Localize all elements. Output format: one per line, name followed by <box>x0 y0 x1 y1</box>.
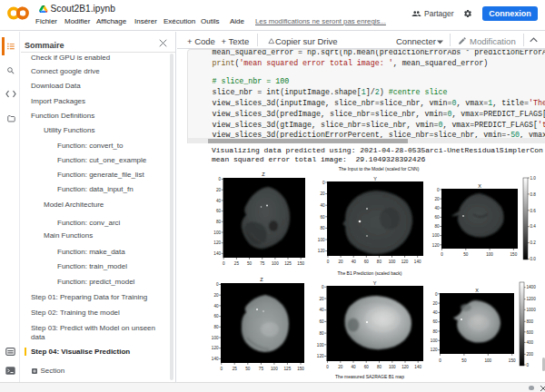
svg-text:140: 140 <box>212 357 219 361</box>
svg-text:120: 120 <box>318 249 325 253</box>
svg-text:Y: Y <box>373 280 377 286</box>
svg-text:100: 100 <box>484 358 491 363</box>
svg-text:100: 100 <box>486 252 493 257</box>
svg-text:X: X <box>475 288 479 293</box>
svg-text:100: 100 <box>389 365 396 369</box>
svg-text:800: 800 <box>527 319 534 324</box>
svg-text:0: 0 <box>437 188 440 192</box>
svg-text:The B1 Prediction (scaled back: The B1 Prediction (scaled back) <box>338 270 402 276</box>
svg-text:150: 150 <box>297 261 304 266</box>
svg-text:Z: Z <box>260 277 263 282</box>
svg-text:0: 0 <box>322 181 325 185</box>
svg-text:150: 150 <box>510 252 518 257</box>
svg-text:75: 75 <box>260 261 265 266</box>
svg-text:1400: 1400 <box>527 285 537 289</box>
svg-text:X: X <box>478 183 481 189</box>
svg-text:100: 100 <box>213 230 221 235</box>
svg-text:60: 60 <box>432 319 438 324</box>
svg-text:40: 40 <box>320 203 325 208</box>
svg-text:100: 100 <box>389 260 396 264</box>
svg-text:140: 140 <box>414 260 421 264</box>
svg-text:80: 80 <box>320 226 325 230</box>
svg-text:80: 80 <box>319 331 324 336</box>
svg-text:120: 120 <box>431 348 438 352</box>
svg-text:120: 120 <box>212 346 219 350</box>
svg-text:60: 60 <box>364 260 370 264</box>
svg-text:80: 80 <box>434 224 440 229</box>
svg-text:140: 140 <box>213 251 221 256</box>
svg-text:0: 0 <box>527 363 530 368</box>
svg-text:40: 40 <box>352 260 357 264</box>
svg-text:1.0: 1.0 <box>530 176 537 181</box>
svg-text:150: 150 <box>297 367 304 371</box>
svg-text:25: 25 <box>233 367 238 371</box>
svg-text:140: 140 <box>414 365 421 369</box>
svg-text:200: 200 <box>527 352 534 357</box>
svg-text:50: 50 <box>247 261 253 266</box>
svg-text:40: 40 <box>351 365 356 369</box>
svg-text:60: 60 <box>216 209 222 213</box>
svg-text:100: 100 <box>271 367 278 371</box>
svg-text:The measured SA2RAGE B1 map: The measured SA2RAGE B1 map <box>335 374 404 379</box>
svg-text:20: 20 <box>320 191 325 196</box>
svg-text:1000: 1000 <box>527 308 537 312</box>
svg-text:125: 125 <box>284 261 292 266</box>
svg-text:0.8: 0.8 <box>530 192 537 197</box>
svg-text:0: 0 <box>223 261 225 266</box>
svg-text:80: 80 <box>216 220 222 224</box>
svg-text:60: 60 <box>213 314 219 318</box>
svg-text:60: 60 <box>320 215 325 220</box>
svg-text:The Input to the Model (scaled: The Input to the Model (scaled for CNN) <box>339 166 420 172</box>
svg-text:0.6: 0.6 <box>530 209 537 213</box>
svg-text:40: 40 <box>213 304 219 309</box>
svg-text:Z: Z <box>262 172 265 177</box>
svg-text:20: 20 <box>213 293 219 298</box>
svg-text:50: 50 <box>463 252 469 257</box>
svg-text:20: 20 <box>338 365 343 369</box>
svg-text:0: 0 <box>441 252 443 257</box>
svg-text:0.0: 0.0 <box>530 257 537 261</box>
svg-text:80: 80 <box>377 260 382 264</box>
svg-text:50: 50 <box>245 367 251 371</box>
svg-text:1200: 1200 <box>527 297 537 301</box>
svg-text:75: 75 <box>259 367 264 371</box>
svg-text:80: 80 <box>432 329 438 334</box>
svg-text:80: 80 <box>377 365 382 369</box>
svg-text:20: 20 <box>216 188 222 192</box>
svg-text:120: 120 <box>401 365 409 369</box>
svg-text:25: 25 <box>234 261 240 266</box>
svg-text:100: 100 <box>212 336 219 340</box>
svg-text:100: 100 <box>272 261 279 266</box>
svg-text:0: 0 <box>326 365 329 369</box>
svg-text:120: 120 <box>213 240 221 245</box>
svg-text:0: 0 <box>439 358 441 363</box>
svg-text:0: 0 <box>220 367 223 371</box>
svg-text:40: 40 <box>216 199 222 203</box>
svg-text:100: 100 <box>431 338 438 343</box>
svg-text:125: 125 <box>284 367 292 371</box>
svg-text:100: 100 <box>432 233 440 238</box>
svg-text:100: 100 <box>318 238 325 242</box>
svg-text:0: 0 <box>322 285 324 289</box>
svg-text:120: 120 <box>401 260 409 264</box>
svg-text:20: 20 <box>434 197 440 201</box>
svg-text:0: 0 <box>218 177 221 181</box>
svg-text:120: 120 <box>317 354 324 358</box>
svg-text:120: 120 <box>432 243 440 248</box>
svg-text:0.4: 0.4 <box>530 224 537 229</box>
svg-text:0: 0 <box>216 282 219 287</box>
svg-text:0: 0 <box>327 260 330 264</box>
svg-text:80: 80 <box>213 325 219 329</box>
svg-text:100: 100 <box>317 343 324 348</box>
svg-text:40: 40 <box>434 206 440 211</box>
svg-text:60: 60 <box>364 365 370 369</box>
svg-text:50: 50 <box>461 358 467 363</box>
svg-text:20: 20 <box>319 297 324 301</box>
svg-text:0.2: 0.2 <box>530 240 537 245</box>
svg-text:20: 20 <box>339 260 344 264</box>
svg-text:600: 600 <box>527 330 534 335</box>
svg-text:400: 400 <box>527 340 534 345</box>
svg-text:40: 40 <box>432 310 438 315</box>
svg-text:150: 150 <box>509 358 516 363</box>
svg-text:40: 40 <box>319 308 324 312</box>
